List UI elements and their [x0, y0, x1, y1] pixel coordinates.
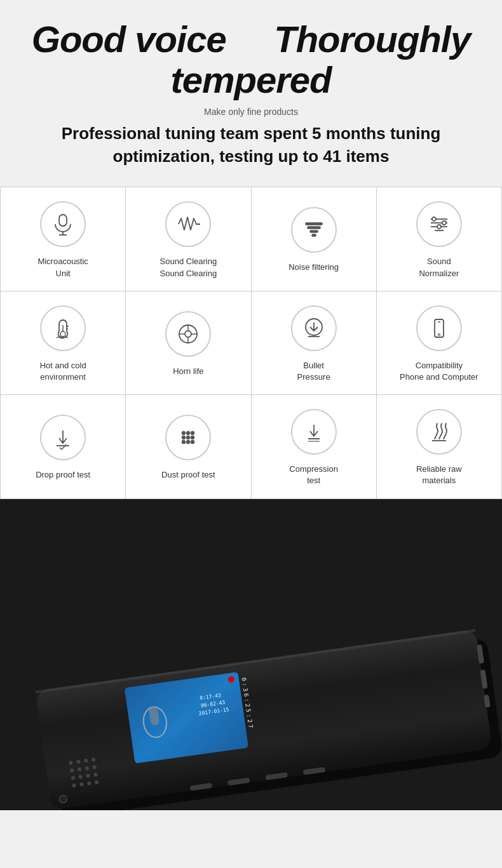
raw-materials-icon-circle: [416, 409, 462, 455]
svg-rect-0: [59, 215, 67, 226]
grid-cell-drop-proof: Drop proof test: [1, 395, 126, 498]
device-svg: 0:36:25:27 0:17-43 06-02-43 2017-01-15: [0, 499, 502, 810]
noise-filtering-icon-circle: [291, 207, 337, 253]
svg-point-15: [60, 331, 65, 337]
svg-point-14: [437, 225, 441, 229]
horn-life-label: Horn life: [173, 366, 203, 377]
svg-rect-6: [310, 230, 318, 232]
title-part1: Good voice: [32, 18, 226, 60]
page-wrapper: Good voice Thoroughly tempered Make only…: [0, 0, 502, 810]
compression-label: Compressiontest: [289, 464, 338, 486]
dust-proof-label: Dust proof test: [161, 469, 215, 481]
svg-point-35: [191, 432, 194, 435]
feature-grid: MicroacousticUnit Sound ClearingSound Cl…: [0, 187, 502, 498]
drop-proof-icon-circle: [40, 415, 86, 460]
sound-normalizer-icon-circle: [416, 201, 462, 247]
compatibility-label: CompatibilityPhone and Computer: [400, 360, 478, 383]
device-section: 0:36:25:27 0:17-43 06-02-43 2017-01-15: [0, 499, 502, 810]
svg-point-33: [182, 432, 186, 435]
grid-cell-compatibility: CompatibilityPhone and Computer: [377, 291, 502, 395]
grid-cell-sound-normalizer: SoundNormalizer: [377, 187, 502, 291]
sound-normalizer-label: SoundNormalizer: [419, 256, 459, 279]
filter-icon: [302, 218, 326, 242]
target-icon: [176, 322, 200, 346]
svg-point-12: [432, 217, 436, 221]
svg-rect-3: [306, 223, 322, 225]
grid-cell-noise-filtering: Noise filtering: [252, 187, 377, 291]
svg-point-41: [191, 441, 194, 444]
svg-rect-7: [312, 234, 316, 236]
drop-proof-label: Drop proof test: [36, 469, 90, 481]
grid-cell-sound-clearing: Sound ClearingSound Clearing: [126, 187, 251, 291]
grid-cell-microacoustic: MicroacousticUnit: [1, 187, 126, 291]
svg-point-13: [442, 221, 446, 225]
svg-point-38: [191, 436, 194, 439]
grid-cell-hot-cold: Hot and coldenvironment: [1, 291, 126, 395]
waveform-icon: [176, 212, 200, 236]
raw-materials-label: Reliable rawmaterials: [416, 464, 462, 486]
subtitle-large: Professional tuning team spent 5 months …: [13, 122, 489, 168]
phone-icon: [427, 316, 451, 340]
header-section: Good voice Thoroughly tempered Make only…: [0, 0, 502, 187]
svg-point-34: [187, 432, 190, 435]
hot-cold-icon-circle: [40, 305, 86, 351]
bullet-pressure-icon-circle: [291, 305, 337, 351]
grid-cell-dust-proof: Dust proof test: [126, 395, 251, 498]
noise-filtering-label: Noise filtering: [288, 262, 339, 273]
subtitle-small: Make only fine products: [13, 107, 489, 117]
compatibility-icon-circle: [416, 305, 462, 351]
svg-point-30: [438, 333, 440, 335]
svg-point-39: [182, 441, 186, 444]
microacoustic-label: MicroacousticUnit: [37, 256, 88, 279]
main-title: Good voice Thoroughly tempered: [13, 19, 489, 100]
grid-cell-bullet-pressure: BulletPressure: [252, 291, 377, 395]
grid-cell-horn-life: Horn life: [126, 291, 251, 395]
microacoustic-icon-circle: [40, 201, 86, 247]
hot-cold-label: Hot and coldenvironment: [40, 360, 86, 383]
equalizer-icon: [427, 212, 451, 236]
heat-waves-icon: [427, 420, 451, 444]
thermometer-icon: [51, 316, 75, 340]
svg-point-37: [187, 436, 190, 439]
svg-point-20: [185, 331, 191, 337]
download-circle-icon: [302, 316, 326, 340]
bullet-pressure-label: BulletPressure: [297, 360, 330, 383]
dust-proof-icon-circle: [165, 415, 211, 460]
dots-grid-icon: [176, 425, 200, 450]
microphone-icon: [51, 212, 75, 236]
compression-icon-circle: [291, 409, 337, 455]
download-arrow-icon: [302, 420, 326, 444]
svg-point-36: [182, 436, 186, 439]
svg-point-40: [187, 441, 190, 444]
grid-cell-raw-materials: Reliable rawmaterials: [377, 395, 502, 498]
horn-life-icon-circle: [165, 311, 211, 357]
grid-cell-compression: Compressiontest: [252, 395, 377, 498]
sound-clearing-icon-circle: [165, 201, 211, 247]
svg-rect-5: [308, 227, 320, 229]
drop-icon: [51, 425, 75, 450]
sound-clearing-label: Sound ClearingSound Clearing: [160, 256, 217, 279]
